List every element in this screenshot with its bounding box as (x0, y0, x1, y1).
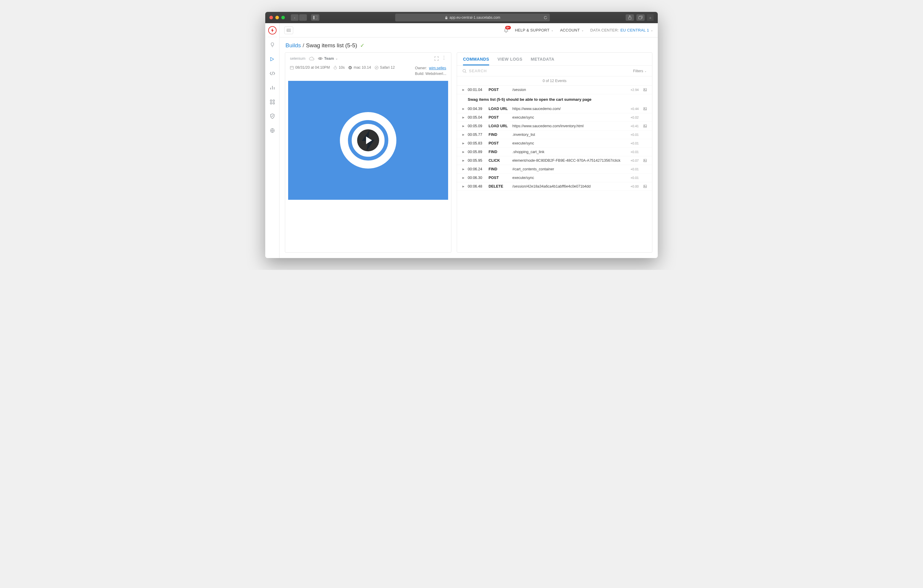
command-search-input[interactable] (469, 69, 633, 73)
window-close-icon[interactable] (269, 16, 273, 19)
nav-live-icon[interactable] (265, 52, 279, 66)
notifications-button[interactable]: 5+ (504, 28, 509, 33)
command-verb: FIND (489, 150, 509, 154)
command-row[interactable]: ▶00:06.30POSTexecute/sync+0.01 (457, 174, 652, 182)
svg-point-11 (320, 58, 321, 59)
nav-security-icon[interactable] (265, 109, 279, 123)
command-verb: POST (489, 88, 509, 92)
command-duration: +0.01 (631, 168, 639, 171)
expand-icon: ▶ (462, 150, 465, 153)
expand-icon: ▶ (462, 107, 465, 110)
left-nav-rail (265, 23, 279, 258)
svg-point-27 (644, 186, 645, 186)
svg-point-19 (644, 89, 645, 90)
svg-rect-2 (445, 17, 447, 19)
command-detail: /session (512, 88, 627, 92)
account-menu[interactable]: ACCOUNT ⌄ (560, 28, 584, 33)
nav-automated-icon[interactable] (265, 66, 279, 80)
test-date: 08/31/20 at 04:10PM (290, 66, 330, 69)
command-verb: POST (489, 176, 509, 180)
filters-dropdown[interactable]: Filters ⌄ (633, 69, 647, 73)
command-row[interactable]: ▶00:05.09LOAD URLhttps://www.saucedemo.c… (457, 122, 652, 130)
command-row[interactable]: ▶00:05.04POSTexecute/sync+0.02 (457, 113, 652, 122)
more-options-icon[interactable]: ⋮ (442, 56, 446, 61)
video-player[interactable] (288, 81, 448, 200)
chevron-down-icon: ⌄ (644, 69, 647, 72)
calendar-icon (290, 66, 294, 69)
chevron-down-icon: ⌄ (335, 57, 338, 60)
command-detail: /session/42e18a34a6ca4b1abff6e4c0e071b4d… (512, 184, 627, 189)
command-duration: +0.01 (631, 133, 639, 136)
command-row[interactable]: ▶00:05.95CLICKelement/node-8C80DB2F-FB9E… (457, 156, 652, 165)
command-verb: LOAD URL (489, 107, 509, 111)
nav-apps-icon[interactable] (265, 95, 279, 109)
window-maximize-icon[interactable] (281, 16, 285, 19)
screenshot-icon (644, 159, 647, 162)
visibility-dropdown[interactable]: Team ⌄ (318, 56, 338, 61)
command-row[interactable]: ▶00:05.77FIND.inventory_list+0.01 (457, 130, 652, 139)
browser-url-bar[interactable]: app.eu-central-1.saucelabs.com (395, 14, 550, 21)
svg-point-17 (463, 69, 466, 72)
svg-rect-8 (270, 103, 272, 104)
play-button-icon[interactable] (357, 129, 379, 151)
svg-rect-22 (644, 125, 647, 128)
nav-analytics-icon[interactable] (265, 80, 279, 95)
reload-icon[interactable] (544, 16, 547, 20)
command-detail: https://www.saucedemo.com/ (512, 107, 627, 111)
svg-rect-20 (644, 108, 647, 110)
tab-view-logs[interactable]: VIEW LOGS (498, 57, 522, 66)
command-duration: +0.41 (631, 124, 639, 128)
tab-commands[interactable]: COMMANDS (463, 57, 489, 66)
owner-link[interactable]: wim.selles (429, 66, 446, 70)
command-timestamp: 00:05.83 (468, 141, 486, 145)
share-icon[interactable] (626, 14, 634, 21)
svg-rect-5 (639, 16, 642, 19)
command-detail: https://www.saucedemo.com/inventory.html (512, 124, 627, 128)
nav-tunnel-icon[interactable] (265, 123, 279, 138)
svg-rect-9 (273, 103, 274, 104)
fullscreen-icon[interactable] (434, 56, 439, 61)
command-verb: CLICK (489, 158, 509, 163)
command-row[interactable]: ▶00:01.04POST/session+2.94 (457, 85, 652, 94)
browser-sidebar-button[interactable] (311, 14, 319, 21)
command-timestamp: 00:05.89 (468, 150, 486, 154)
command-row[interactable]: ▶00:06.48DELETE/session/42e18a34a6ca4b1a… (457, 182, 652, 191)
command-timestamp: 00:06.48 (468, 184, 486, 189)
command-row[interactable]: ▶00:05.83POSTexecute/sync+0.01 (457, 139, 652, 148)
breadcrumb-root-link[interactable]: Builds (286, 42, 301, 49)
tab-metadata[interactable]: METADATA (531, 57, 554, 66)
browser-back-button[interactable]: ‹ (291, 14, 299, 21)
command-detail: execute/sync (512, 141, 627, 145)
search-icon (462, 69, 466, 73)
apple-icon (348, 66, 352, 69)
window-minimize-icon[interactable] (275, 16, 279, 19)
nav-insights-icon[interactable] (265, 38, 279, 52)
command-row[interactable]: ▶00:06.24FIND#cart_contents_container+0.… (457, 165, 652, 174)
command-detail: execute/sync (512, 115, 627, 120)
svg-point-23 (644, 125, 645, 126)
datacenter-menu[interactable]: DATA CENTER: EU CENTRAL 1 ⌄ (590, 28, 653, 33)
expand-icon: ▶ (462, 125, 465, 128)
status-passed-icon: ✓ (360, 42, 365, 49)
expand-icon: ▶ (462, 116, 465, 119)
command-duration: +0.01 (631, 150, 639, 154)
saucelabs-logo-icon[interactable] (268, 26, 276, 34)
browser-url-text: app.eu-central-1.saucelabs.com (450, 15, 501, 20)
browser-forward-button[interactable]: › (299, 14, 307, 21)
commands-list: ▶00:01.04POST/session+2.94Swag items lis… (457, 85, 652, 191)
svg-rect-24 (644, 159, 647, 162)
tabs-icon[interactable] (636, 14, 645, 21)
sidebar-collapse-button[interactable] (284, 26, 293, 34)
command-timestamp: 00:05.09 (468, 124, 486, 128)
screenshot-icon (644, 107, 647, 110)
lock-icon (445, 16, 448, 19)
new-tab-button[interactable]: + (647, 14, 654, 21)
command-timestamp: 00:05.77 (468, 133, 486, 137)
breadcrumb: Builds / Swag items list (5-5) ✓ (279, 38, 658, 52)
help-support-menu[interactable]: HELP & SUPPORT ⌄ (515, 28, 553, 33)
command-row[interactable]: ▶00:05.89FIND.shopping_cart_link+0.01 (457, 148, 652, 156)
svg-rect-7 (273, 100, 274, 101)
command-row[interactable]: ▶00:04.39LOAD URLhttps://www.saucedemo.c… (457, 105, 652, 113)
svg-point-21 (644, 108, 645, 109)
test-browser: Safari 12 (374, 66, 395, 69)
